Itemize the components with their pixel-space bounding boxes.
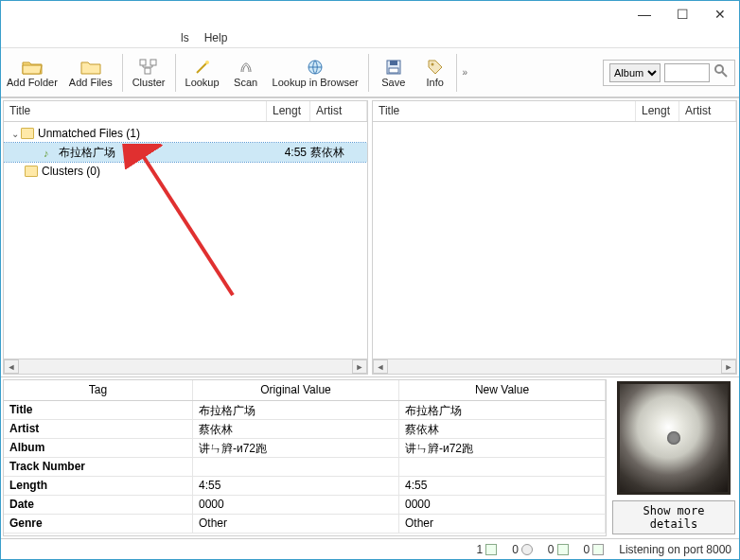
search-input[interactable] [664, 63, 710, 82]
col-tag[interactable]: Tag [4, 380, 193, 400]
table-row[interactable]: Date00000000 [4, 496, 606, 515]
table-row[interactable]: Album讲ㄣ簈-и72跑讲ㄣ簈-и72跑 [4, 439, 606, 458]
add-folder-label: Add Folder [7, 77, 58, 88]
maximize-button[interactable]: ☐ [663, 1, 701, 27]
expander-icon[interactable]: ⌄ [9, 129, 21, 139]
cover-panel: Show more details [612, 381, 735, 534]
wand-icon [191, 58, 214, 77]
table-row[interactable]: Title布拉格广场布拉格广场 [4, 401, 606, 420]
metadata-grid: Tag Original Value New Value Title布拉格广场布… [3, 379, 607, 536]
tag-name: Artist [4, 420, 193, 438]
new-value: 布拉格广场 [399, 401, 606, 419]
tag-name: Title [4, 401, 193, 419]
cluster-button[interactable]: Cluster [127, 50, 171, 96]
left-tree[interactable]: ⌄ Unmatched Files (1) 布拉格广场 4:55 蔡依林 Clu… [4, 122, 367, 359]
col-title[interactable]: Title [4, 101, 267, 121]
tree-clusters[interactable]: Clusters (0) [4, 162, 367, 181]
status-disc-icon [521, 544, 533, 555]
h-scrollbar[interactable]: ◄ ► [4, 359, 367, 374]
left-pane: Title Lengt Artist ⌄ Unmatched Files (1)… [3, 100, 368, 375]
info-button[interactable]: Info [414, 50, 456, 96]
left-columns: Title Lengt Artist [4, 101, 367, 122]
clusters-label: Clusters (0) [42, 165, 367, 178]
menu-help[interactable]: Help [204, 31, 228, 44]
toolbar-overflow[interactable]: » [456, 54, 473, 92]
scroll-left-icon[interactable]: ◄ [4, 359, 19, 374]
menu-tools[interactable]: ls [181, 31, 189, 44]
scroll-track[interactable] [388, 359, 721, 374]
folder-icon [79, 58, 102, 77]
save-label: Save [381, 77, 405, 88]
tag-name: Album [4, 439, 193, 457]
unmatched-label: Unmatched Files (1) [38, 127, 367, 140]
save-button[interactable]: Save [373, 50, 414, 96]
cluster-label: Cluster [132, 77, 166, 88]
original-value: 布拉格广场 [193, 401, 399, 419]
svg-rect-0 [140, 60, 146, 65]
original-value: Other [193, 515, 399, 533]
show-more-details-button[interactable]: Show more details [612, 500, 735, 534]
table-row[interactable]: GenreOtherOther [4, 515, 606, 534]
search-icon[interactable] [714, 63, 729, 81]
globe-icon [304, 58, 326, 77]
col-length[interactable]: Lengt [267, 101, 310, 121]
cluster-icon [137, 58, 160, 77]
h-scrollbar[interactable]: ◄ ► [373, 359, 736, 374]
add-files-button[interactable]: Add Files [63, 50, 118, 96]
track-artist: 蔡依林 [310, 145, 367, 161]
panes: Title Lengt Artist ⌄ Unmatched Files (1)… [1, 97, 739, 376]
right-tree[interactable] [373, 122, 736, 359]
search-box: Album [603, 60, 735, 86]
col-title[interactable]: Title [373, 101, 636, 121]
original-value: 讲ㄣ簈-и72跑 [193, 439, 399, 457]
svg-rect-6 [390, 61, 397, 65]
minimize-button[interactable]: — [625, 1, 663, 27]
lookup-browser-button[interactable]: Lookup in Browser [267, 50, 364, 96]
col-original[interactable]: Original Value [193, 380, 399, 400]
svg-rect-2 [145, 68, 150, 74]
new-value: 4:55 [399, 477, 606, 495]
table-row[interactable]: Length4:554:55 [4, 477, 606, 496]
original-value [193, 458, 399, 476]
scroll-right-icon[interactable]: ► [352, 359, 367, 374]
svg-point-9 [715, 65, 723, 73]
cover-art[interactable] [617, 381, 731, 495]
music-note-icon [44, 147, 55, 158]
col-artist[interactable]: Artist [679, 101, 736, 121]
status-count-4: 0 [584, 543, 605, 556]
tag-name: Genre [4, 515, 193, 533]
right-pane: Title Lengt Artist ◄ ► [372, 100, 737, 375]
table-row[interactable]: Artist蔡依林蔡依林 [4, 420, 606, 439]
scroll-right-icon[interactable]: ► [721, 359, 736, 374]
scroll-track[interactable] [19, 359, 352, 374]
folder-icon [25, 166, 38, 177]
tree-unmatched[interactable]: ⌄ Unmatched Files (1) [4, 124, 367, 143]
scan-label: Scan [234, 77, 257, 88]
col-new[interactable]: New Value [399, 380, 606, 400]
table-row[interactable]: Track Number [4, 458, 606, 477]
close-button[interactable]: ✕ [701, 1, 739, 27]
original-value: 4:55 [193, 477, 399, 495]
col-artist[interactable]: Artist [310, 101, 367, 121]
save-icon [382, 58, 405, 77]
status-download-icon [592, 544, 604, 555]
scan-button[interactable]: Scan [225, 50, 267, 96]
separator [122, 54, 123, 92]
status-file-icon [485, 544, 497, 555]
original-value: 蔡依林 [193, 420, 399, 438]
status-pending-icon [557, 544, 569, 555]
add-folder-button[interactable]: Add Folder [1, 50, 63, 96]
tag-icon [424, 58, 447, 77]
folder-icon [21, 128, 34, 139]
search-mode-select[interactable]: Album [609, 63, 661, 82]
new-value [399, 458, 606, 476]
col-length[interactable]: Lengt [636, 101, 679, 121]
lookup-button[interactable]: Lookup [180, 50, 225, 96]
original-value: 0000 [193, 496, 399, 514]
right-columns: Title Lengt Artist [373, 101, 736, 122]
tag-name: Date [4, 496, 193, 514]
scroll-left-icon[interactable]: ◄ [373, 359, 388, 374]
separator [175, 54, 176, 92]
tag-name: Track Number [4, 458, 193, 476]
tree-track-selected[interactable]: 布拉格广场 4:55 蔡依林 [4, 143, 367, 162]
